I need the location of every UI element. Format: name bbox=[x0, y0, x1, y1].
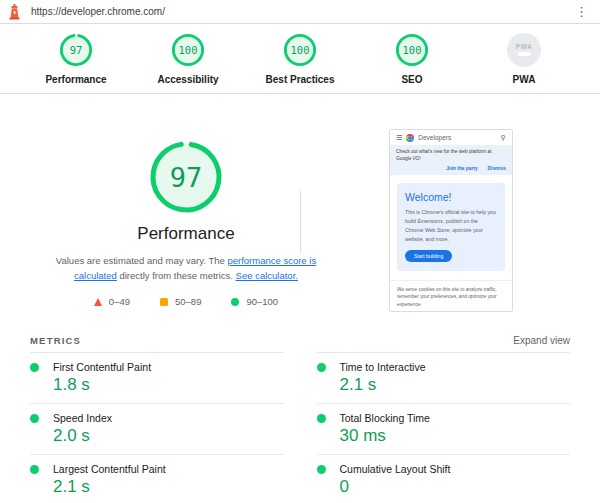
accessibility-mini-gauge: 100 bbox=[171, 33, 205, 67]
see-calculator-link[interactable]: See calculator. bbox=[236, 270, 298, 281]
pass-dot-icon bbox=[30, 465, 39, 474]
thumb-welcome-title: Welcome! bbox=[405, 191, 497, 203]
pass-dot-icon bbox=[30, 414, 39, 423]
performance-mini-gauge: 97 bbox=[59, 33, 93, 67]
metric-name: Cumulative Layout Shift bbox=[340, 463, 451, 475]
metric-total-blocking-time: Total Blocking Time 30 ms bbox=[317, 403, 571, 454]
search-icon: ⚲ bbox=[501, 134, 506, 142]
average-square-icon bbox=[160, 298, 168, 306]
metric-speed-index: Speed Index 2.0 s bbox=[30, 403, 284, 454]
thumb-start-building-button: Start building bbox=[405, 250, 452, 262]
thumb-welcome-text: This is Chrome's official site to help y… bbox=[405, 208, 497, 243]
metric-name: Time to Interactive bbox=[340, 361, 426, 373]
score-label: Performance bbox=[45, 74, 106, 85]
final-screenshot-thumbnail[interactable]: ☰ Developers ⚲ Check out what's new for … bbox=[389, 129, 513, 312]
metric-name: First Contentful Paint bbox=[53, 361, 151, 373]
metric-largest-contentful-paint: Largest Contentful Paint 2.1 s bbox=[30, 454, 284, 503]
score-label: Best Practices bbox=[266, 74, 335, 85]
thumb-banner-link: Dismiss bbox=[488, 166, 506, 171]
pass-dot-icon bbox=[30, 363, 39, 372]
metrics-section: METRICS Expand view First Contentful Pai… bbox=[0, 330, 600, 503]
pwa-dash-icon bbox=[518, 52, 531, 56]
hamburger-menu-icon: ☰ bbox=[396, 134, 402, 141]
metric-time-to-interactive: Time to Interactive 2.1 s bbox=[317, 352, 571, 403]
metric-value: 2.1 s bbox=[340, 375, 571, 395]
metric-value: 0 bbox=[340, 477, 571, 497]
score-item-pwa[interactable]: PWA PWA bbox=[488, 33, 560, 85]
metric-cumulative-layout-shift: Cumulative Layout Shift 0 bbox=[317, 454, 571, 503]
thumb-banner-text: Check out what's new for the web platfor… bbox=[396, 148, 506, 162]
report-url[interactable]: https://developer.chrome.com/ bbox=[31, 6, 165, 17]
metrics-grid: First Contentful Paint 1.8 s Time to Int… bbox=[30, 352, 570, 503]
metrics-header: METRICS Expand view bbox=[30, 330, 570, 350]
pass-dot-icon bbox=[317, 363, 326, 372]
legend-range: 50–89 bbox=[175, 296, 201, 307]
thumb-welcome-card: Welcome! This is Chrome's official site … bbox=[397, 183, 505, 270]
legend-range: 90–100 bbox=[246, 296, 278, 307]
legend-range: 0–49 bbox=[109, 296, 130, 307]
performance-summary-left: 97 Performance Values are estimated and … bbox=[0, 94, 372, 330]
performance-score: 97 bbox=[148, 139, 224, 215]
expand-view-button[interactable]: Expand view bbox=[513, 335, 570, 346]
metric-value: 30 ms bbox=[340, 426, 571, 446]
score-label: PWA bbox=[513, 74, 536, 85]
legend-pass: 90–100 bbox=[231, 296, 278, 307]
accessibility-mini-score: 100 bbox=[171, 33, 205, 67]
score-item-accessibility[interactable]: 100 Accessibility bbox=[152, 33, 224, 85]
lighthouse-logo-icon bbox=[8, 4, 21, 20]
performance-mini-score: 97 bbox=[59, 33, 93, 67]
performance-summary: 97 Performance Values are estimated and … bbox=[0, 94, 600, 330]
score-item-performance[interactable]: 97 Performance bbox=[40, 33, 112, 85]
performance-gauge: 97 bbox=[148, 139, 224, 215]
best-practices-mini-gauge: 100 bbox=[283, 33, 317, 67]
description-text: Values are estimated and may vary. The bbox=[56, 255, 228, 266]
metric-value: 2.0 s bbox=[53, 426, 284, 446]
pass-circle-icon bbox=[231, 298, 239, 306]
score-description: Values are estimated and may vary. The p… bbox=[38, 254, 334, 283]
thumb-banner: Check out what's new for the web platfor… bbox=[390, 145, 512, 175]
category-score-strip: 97 Performance 100 Accessibility 100 Bes… bbox=[0, 24, 600, 94]
vertical-divider bbox=[300, 191, 301, 253]
legend-average: 50–89 bbox=[160, 296, 201, 307]
thumb-banner-link: Join the party bbox=[446, 166, 477, 171]
score-legend: 0–49 50–89 90–100 bbox=[94, 296, 278, 307]
metric-value: 1.8 s bbox=[53, 375, 284, 395]
performance-title: Performance bbox=[137, 224, 234, 244]
score-item-seo[interactable]: 100 SEO bbox=[376, 33, 448, 85]
pass-dot-icon bbox=[317, 414, 326, 423]
thumb-site-name: Developers bbox=[418, 134, 451, 141]
thumb-banner-links: Join the party Dismiss bbox=[396, 166, 506, 171]
more-options-icon[interactable]: ⋮ bbox=[571, 5, 592, 18]
legend-fail: 0–49 bbox=[94, 296, 130, 307]
seo-mini-gauge: 100 bbox=[395, 33, 429, 67]
best-practices-mini-score: 100 bbox=[283, 33, 317, 67]
metric-value: 2.1 s bbox=[53, 477, 284, 497]
score-label: Accessibility bbox=[157, 74, 218, 85]
thumb-cookie-notice: We serve cookies on this site to analyze… bbox=[390, 280, 512, 312]
url-bar: https://developer.chrome.com/ ⋮ bbox=[0, 0, 600, 24]
fail-triangle-icon bbox=[94, 298, 102, 306]
thumb-site-header: ☰ Developers ⚲ bbox=[390, 130, 512, 145]
description-text: directly from these metrics. bbox=[117, 270, 236, 281]
metric-first-contentful-paint: First Contentful Paint 1.8 s bbox=[30, 352, 284, 403]
metric-name: Total Blocking Time bbox=[340, 412, 430, 424]
score-item-best-practices[interactable]: 100 Best Practices bbox=[264, 33, 336, 85]
metric-name: Speed Index bbox=[53, 412, 112, 424]
metric-name: Largest Contentful Paint bbox=[53, 463, 166, 475]
seo-mini-score: 100 bbox=[395, 33, 429, 67]
pwa-badge-icon: PWA bbox=[507, 33, 541, 67]
score-label: SEO bbox=[401, 74, 422, 85]
metrics-heading: METRICS bbox=[30, 335, 81, 346]
chrome-logo-icon bbox=[406, 134, 414, 142]
thumb-cookie-text: We serve cookies on this site to analyze… bbox=[397, 286, 505, 309]
pwa-badge-text: PWA bbox=[516, 43, 532, 50]
pass-dot-icon bbox=[317, 465, 326, 474]
